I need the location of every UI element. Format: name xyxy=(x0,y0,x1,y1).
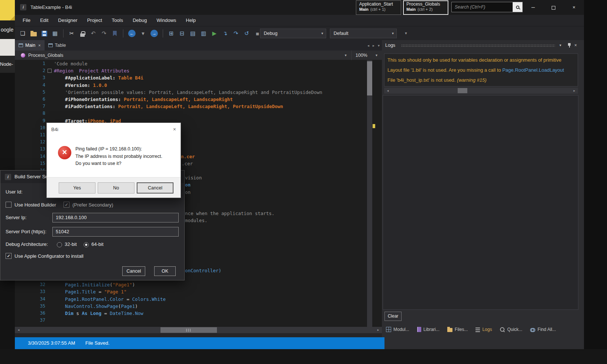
menu-windows[interactable]: Windows xyxy=(152,15,181,26)
lock-icon[interactable] xyxy=(79,29,86,38)
code-line[interactable]: 2#Region Project Attributes xyxy=(15,67,382,75)
scroll-tabs-right-icon[interactable]: ▸ xyxy=(373,43,374,48)
menu-designer[interactable]: Designer xyxy=(53,15,82,26)
navigate-back-icon[interactable]: ← xyxy=(128,29,136,38)
arch-32bit-radio[interactable] xyxy=(57,242,62,247)
log-warning-line[interactable]: Layout file '1.bil' is not used. Are you… xyxy=(387,65,575,75)
panel-tab-librari[interactable]: Librari... xyxy=(414,325,443,334)
quick-tab-application_start[interactable]: Application_StartMain(ctrl + 1) xyxy=(356,0,401,15)
code-line[interactable]: 7 #iPadOrientations: Portrait, Landscape… xyxy=(15,103,382,110)
menu-help[interactable]: Help xyxy=(181,15,201,26)
code-line[interactable]: 37 xyxy=(15,317,382,324)
navigate-forward-icon[interactable]: → xyxy=(150,29,158,38)
undo-icon[interactable]: ↶ xyxy=(90,29,97,38)
scroll-left-icon[interactable]: ◂ xyxy=(385,88,391,94)
tab-main[interactable]: Main× xyxy=(15,40,45,51)
code-line[interactable]: 35 NavControl.ShowPage(Page1) xyxy=(15,303,382,310)
code-line[interactable]: 32 Page1.Initialize("Page1") xyxy=(15,281,382,289)
step-over-icon[interactable]: ↷ xyxy=(233,29,239,38)
scroll-left-icon[interactable]: ◂ xyxy=(16,327,22,333)
close-button[interactable]: × xyxy=(564,0,584,15)
cancel-button[interactable]: Cancel xyxy=(122,266,145,276)
server-port-field[interactable]: 51042 xyxy=(52,227,179,237)
code-line[interactable]: 3 #ApplicationLabel: Table B4i xyxy=(15,74,382,82)
code-line[interactable]: 1'Code module xyxy=(15,60,382,68)
scroll-right-icon[interactable]: ▸ xyxy=(375,327,381,333)
tab-list-icon[interactable]: ▾ xyxy=(378,43,380,48)
warnings-scrollbar-thumb[interactable] xyxy=(458,88,467,93)
clear-logs-button[interactable]: Clear xyxy=(384,312,402,321)
close-icon[interactable]: × xyxy=(173,123,176,136)
log-output-area[interactable] xyxy=(383,95,578,310)
code-line[interactable]: 4 #Version: 1.0.0 xyxy=(15,82,382,89)
panel-close-icon[interactable]: × xyxy=(574,40,577,51)
scope-selector[interactable]: Process_Globals xyxy=(28,51,64,60)
panel-tab-logs[interactable]: Logs xyxy=(472,325,495,334)
panel-tab-modul[interactable]: Modul... xyxy=(383,325,413,334)
editor-horizontal-scrollbar[interactable]: ◂ ▸ xyxy=(15,327,382,333)
code-line[interactable]: 5 'Orientation possible values: Portrait… xyxy=(15,89,382,96)
save-icon[interactable] xyxy=(41,29,48,38)
warnings-horizontal-scrollbar[interactable]: ◂ ▸ xyxy=(384,88,578,94)
warnings-list[interactable]: This sub should only be used for variabl… xyxy=(384,53,578,87)
deploy-profile-combo[interactable]: Default▾ xyxy=(330,29,397,38)
toolbar-overflow-icon[interactable]: ▾ xyxy=(405,31,407,36)
server-ip-field[interactable]: 192.168.0.100 xyxy=(52,213,179,222)
save-all-icon[interactable]: ▦ xyxy=(52,29,58,38)
ok-button[interactable]: OK xyxy=(154,266,176,276)
menu-edit[interactable]: Edit xyxy=(35,15,53,26)
menu-file[interactable]: File xyxy=(18,15,35,26)
cut-icon[interactable]: ✂ xyxy=(68,29,75,38)
menu-debug[interactable]: Debug xyxy=(128,15,152,26)
code-line[interactable]: 34 Page1.RootPanel.Color = Colors.White xyxy=(15,296,382,303)
back-history-dropdown-icon[interactable]: ▾ xyxy=(140,29,146,38)
build-configuration-combo[interactable]: Debug▾ xyxy=(260,29,326,38)
horizontal-scrollbar-thumb[interactable] xyxy=(160,327,217,333)
minimize-button[interactable]: ─ xyxy=(523,0,543,15)
panel-tab-files[interactable]: Files... xyxy=(444,325,471,334)
scroll-tabs-left-icon[interactable]: ◂ xyxy=(367,43,369,48)
log-warning-line[interactable]: File 'b4i_host_ip.txt' is not used. (war… xyxy=(387,75,575,85)
outdent-icon[interactable]: ▥ xyxy=(200,29,207,38)
search-button[interactable] xyxy=(513,2,522,12)
step-into-icon[interactable]: ↴ xyxy=(222,29,228,38)
scope-dropdown-icon[interactable]: ▾ xyxy=(345,51,347,60)
menu-project[interactable]: Project xyxy=(82,15,107,26)
close-tab-icon[interactable]: × xyxy=(38,43,40,48)
search-box[interactable]: Search (Ctrl+F) xyxy=(451,2,523,12)
run-icon[interactable]: ▶ xyxy=(211,29,218,38)
log-warning-line[interactable]: This sub should only be used for variabl… xyxy=(387,55,575,65)
zoom-selector[interactable]: 100%▾ xyxy=(351,51,380,60)
fold-toggle[interactable] xyxy=(48,69,52,73)
panel-tab-quick[interactable]: Quick... xyxy=(496,325,526,334)
uncomment-block-icon[interactable]: ⊟ xyxy=(179,29,185,38)
code-line[interactable]: 36 Dim s As Long = DateTime.Now xyxy=(15,310,382,317)
panel-tab-findall[interactable]: Find All... xyxy=(527,325,559,334)
yes-button[interactable]: Yes xyxy=(59,182,95,194)
no-button[interactable]: No xyxy=(98,182,134,194)
redo-icon[interactable]: ↷ xyxy=(101,29,107,38)
pin-icon[interactable] xyxy=(567,43,571,48)
search-input[interactable]: Search (Ctrl+F) xyxy=(452,4,513,10)
cancel-button[interactable]: Cancel xyxy=(137,182,173,194)
code-line[interactable]: 33 Page1.Title = "Page 1" xyxy=(15,288,382,296)
maximize-button[interactable] xyxy=(543,0,564,15)
open-project-icon[interactable] xyxy=(30,29,37,38)
tab-table[interactable]: Table xyxy=(45,40,70,51)
comment-block-icon[interactable]: ⊞ xyxy=(168,29,175,38)
step-out-icon[interactable]: ↺ xyxy=(243,29,250,38)
new-file-icon[interactable]: ❏ xyxy=(19,29,26,38)
bookmark-icon[interactable] xyxy=(111,29,118,38)
code-line[interactable]: 8 xyxy=(15,110,382,117)
apple-configurator-checkbox[interactable] xyxy=(6,253,12,259)
panel-menu-icon[interactable]: ▾ xyxy=(559,40,561,51)
use-hosted-builder-checkbox[interactable] xyxy=(6,202,12,208)
arch-64bit-radio[interactable] xyxy=(84,242,89,247)
quick-tab-process_globals[interactable]: Process_GlobalsMain(ctrl + 2) xyxy=(403,0,448,15)
code-line[interactable]: 6 #iPhoneOrientations: Portrait, Landsca… xyxy=(15,96,382,103)
editor-vertical-scrollbar[interactable] xyxy=(367,60,372,327)
panel-drag-grip[interactable] xyxy=(401,44,555,47)
prefer-secondary-checkbox[interactable] xyxy=(64,202,69,208)
menu-tools[interactable]: Tools xyxy=(107,15,128,26)
vertical-scrollbar-thumb[interactable] xyxy=(367,61,372,95)
